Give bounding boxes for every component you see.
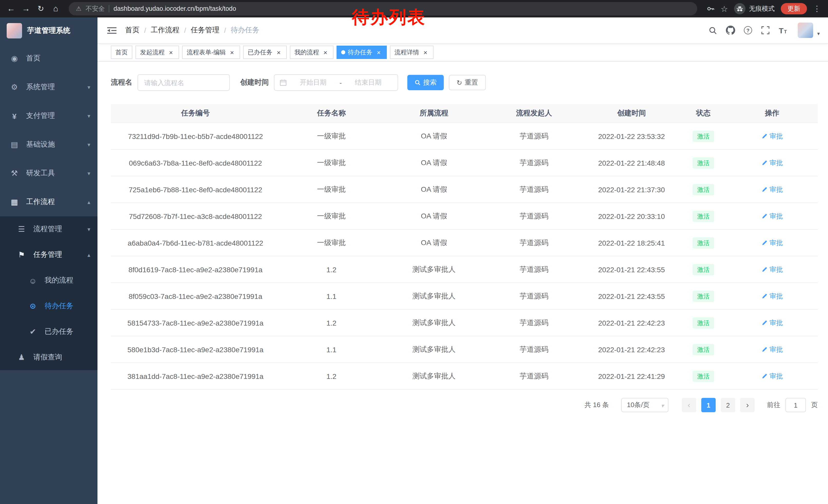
- initiator-cell: 芋道源码: [485, 283, 583, 310]
- search-button[interactable]: 搜索: [407, 75, 444, 90]
- created-time-cell: 2022-01-21 22:43:55: [583, 256, 680, 283]
- sidebar-item-devtools[interactable]: 研发工具: [0, 159, 97, 188]
- created-time-cell: 2022-01-21 22:41:29: [583, 363, 680, 390]
- process-cell: OA 请假: [383, 149, 485, 176]
- approve-link[interactable]: 审批: [761, 291, 783, 301]
- approve-link[interactable]: 审批: [761, 212, 783, 221]
- process-name-input[interactable]: [137, 74, 230, 91]
- tab-process-form-edit[interactable]: 流程表单-编辑: [182, 46, 240, 59]
- status-cell: 激活: [680, 336, 727, 363]
- bookmark-star-icon[interactable]: [720, 4, 728, 13]
- approve-link[interactable]: 审批: [761, 318, 783, 327]
- goto-page-input[interactable]: [785, 398, 806, 412]
- breadcrumb-task-management[interactable]: 任务管理: [191, 26, 219, 35]
- tab-home[interactable]: 首页: [111, 46, 132, 59]
- sidebar-item-todo-tasks[interactable]: 待办任务: [0, 293, 97, 319]
- table-row: a6aba0a4-7b6d-11ec-b781-acde48001122 一级审…: [111, 229, 818, 256]
- table-row: 73211d9d-7b9b-11ec-b5b7-acde48001122 一级审…: [111, 123, 818, 149]
- approve-link[interactable]: 审批: [761, 371, 783, 381]
- github-icon[interactable]: [723, 22, 738, 38]
- action-cell: 审批: [727, 203, 818, 229]
- address-bar-divider: [109, 5, 110, 12]
- sidebar-collapse-icon[interactable]: [106, 24, 118, 36]
- approve-link-label: 审批: [770, 132, 783, 141]
- fullscreen-icon[interactable]: [758, 22, 773, 38]
- sidebar-item-payment[interactable]: 支付管理: [0, 101, 97, 130]
- search-icon[interactable]: [705, 22, 721, 38]
- approve-link[interactable]: 审批: [761, 345, 783, 354]
- reload-button[interactable]: [34, 2, 48, 16]
- key-icon[interactable]: [706, 5, 714, 13]
- status-cell: 激活: [680, 176, 727, 203]
- process-cell: 测试多审批人: [383, 363, 485, 390]
- date-range-picker[interactable]: 开始日期 - 结束日期: [274, 74, 398, 91]
- help-icon[interactable]: [740, 22, 756, 38]
- approve-link[interactable]: 审批: [761, 158, 783, 168]
- sidebar-item-system[interactable]: 系统管理: [0, 73, 97, 101]
- chevron-down-icon: [87, 84, 90, 91]
- prev-page-button[interactable]: [682, 398, 696, 412]
- browser-menu-icon[interactable]: [813, 4, 821, 13]
- sidebar-item-infrastructure[interactable]: 基础设施: [0, 130, 97, 159]
- close-icon[interactable]: [422, 49, 429, 56]
- chevron-down-icon: [661, 401, 664, 409]
- tab-start-process[interactable]: 发起流程: [135, 46, 179, 59]
- tab-process-detail[interactable]: 流程详情: [390, 46, 433, 59]
- close-icon[interactable]: [167, 49, 174, 56]
- page-content: 流程名 创建时间 开始日期 - 结束日期 搜索: [97, 61, 828, 504]
- approve-link[interactable]: 审批: [761, 132, 783, 141]
- close-icon[interactable]: [375, 49, 382, 56]
- chevron-down-icon[interactable]: [817, 31, 820, 38]
- edit-pen-icon: [761, 160, 768, 166]
- back-button[interactable]: [4, 2, 18, 16]
- sidebar-item-process-management[interactable]: 流程管理: [0, 216, 97, 242]
- address-bar[interactable]: 不安全 dashboard.yudao.iocoder.cn/bpm/task/…: [69, 2, 697, 15]
- close-icon[interactable]: [275, 49, 282, 56]
- avatar[interactable]: [798, 22, 813, 38]
- incognito-icon: [734, 3, 745, 14]
- close-icon[interactable]: [228, 49, 236, 56]
- status-badge: 激活: [693, 264, 714, 275]
- app-title: 芋道管理系统: [27, 26, 70, 35]
- tab-todo-tasks[interactable]: 待办任务: [336, 46, 387, 59]
- home-button[interactable]: [49, 2, 63, 16]
- initiator-cell: 芋道源码: [485, 363, 583, 390]
- app-logo[interactable]: 芋道管理系统: [0, 17, 97, 44]
- sidebar-item-my-process[interactable]: 我的流程: [0, 268, 97, 293]
- page-2-button[interactable]: 2: [721, 398, 735, 412]
- tab-done-tasks[interactable]: 已办任务: [243, 46, 287, 59]
- next-page-button[interactable]: [740, 398, 755, 412]
- forward-button[interactable]: [19, 2, 33, 16]
- table-row: 75d72608-7b7f-11ec-a3c8-acde48001122 一级审…: [111, 203, 818, 229]
- breadcrumb-workflow[interactable]: 工作流程: [151, 26, 179, 35]
- page-1-button[interactable]: 1: [701, 398, 716, 412]
- tab-my-process[interactable]: 我的流程: [290, 46, 333, 59]
- reset-button[interactable]: 重置: [449, 75, 486, 90]
- task-id-cell: 8f0d1619-7ac8-11ec-a9e2-a2380e71991a: [111, 256, 280, 283]
- action-cell: 审批: [727, 310, 818, 336]
- font-size-icon[interactable]: [775, 22, 791, 38]
- sidebar-item-home[interactable]: 首页: [0, 44, 97, 73]
- sidebar-menu: 首页 系统管理 支付管理 基础设施: [0, 44, 97, 370]
- sidebar-item-done-tasks[interactable]: 已办任务: [0, 319, 97, 345]
- breadcrumb-home[interactable]: 首页: [125, 26, 139, 35]
- search-button-label: 搜索: [423, 78, 437, 87]
- update-button[interactable]: 更新: [781, 3, 807, 14]
- sidebar-item-leave-query[interactable]: 请假查询: [0, 345, 97, 370]
- approve-link[interactable]: 审批: [761, 265, 783, 274]
- status-cell: 激活: [680, 310, 727, 336]
- page-size-select[interactable]: 10条/页: [621, 398, 668, 412]
- task-name-cell: 1.1: [280, 283, 383, 310]
- created-time-cell: 2022-01-22 20:33:10: [583, 203, 680, 229]
- sidebar-item-task-management[interactable]: 任务管理: [0, 242, 97, 268]
- approve-link[interactable]: 审批: [761, 185, 783, 194]
- task-id-cell: 381aa1dd-7ac8-11ec-a9e2-a2380e71991a: [111, 363, 280, 390]
- todo-task-table: 任务编号 任务名称 所属流程 流程发起人 创建时间 状态: [111, 104, 818, 390]
- close-icon[interactable]: [322, 49, 329, 56]
- sidebar-item-workflow[interactable]: 工作流程: [0, 188, 97, 216]
- approve-link[interactable]: 审批: [761, 238, 783, 247]
- eye-icon: [28, 302, 38, 311]
- sidebar-item-label: 系统管理: [26, 83, 84, 92]
- created-time-cell: 2022-01-21 22:43:55: [583, 283, 680, 310]
- task-name-cell: 一级审批: [280, 149, 383, 176]
